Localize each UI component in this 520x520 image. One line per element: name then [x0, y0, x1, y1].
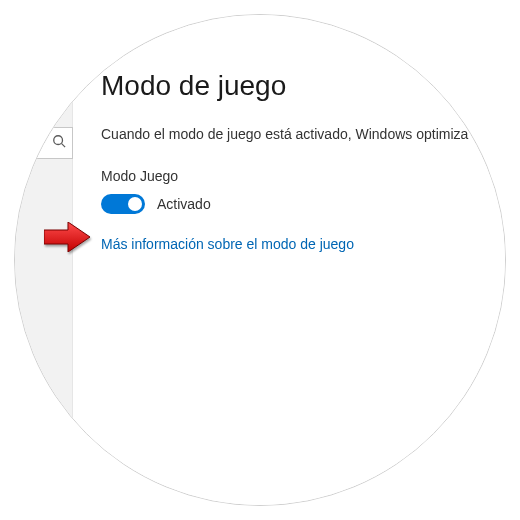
setting-label: Modo Juego — [101, 168, 483, 184]
red-arrow-annotation-icon — [44, 222, 92, 252]
page-title: Modo de juego — [101, 70, 483, 102]
sidebar — [15, 15, 73, 506]
content-area: Modo de juego Cuando el modo de juego es… — [73, 15, 506, 506]
settings-window: Modo de juego Cuando el modo de juego es… — [15, 15, 506, 506]
search-icon — [52, 134, 66, 152]
svg-line-1 — [62, 144, 66, 148]
more-info-link[interactable]: Más información sobre el modo de juego — [101, 236, 483, 252]
game-mode-toggle[interactable] — [101, 194, 145, 214]
search-input[interactable] — [23, 127, 73, 159]
toggle-knob — [128, 197, 142, 211]
toggle-row: Activado — [101, 194, 483, 214]
svg-marker-2 — [44, 222, 90, 252]
svg-point-0 — [54, 136, 63, 145]
circular-crop-frame: Modo de juego Cuando el modo de juego es… — [14, 14, 506, 506]
page-description: Cuando el modo de juego está activado, W… — [101, 124, 483, 144]
toggle-status: Activado — [157, 196, 211, 212]
